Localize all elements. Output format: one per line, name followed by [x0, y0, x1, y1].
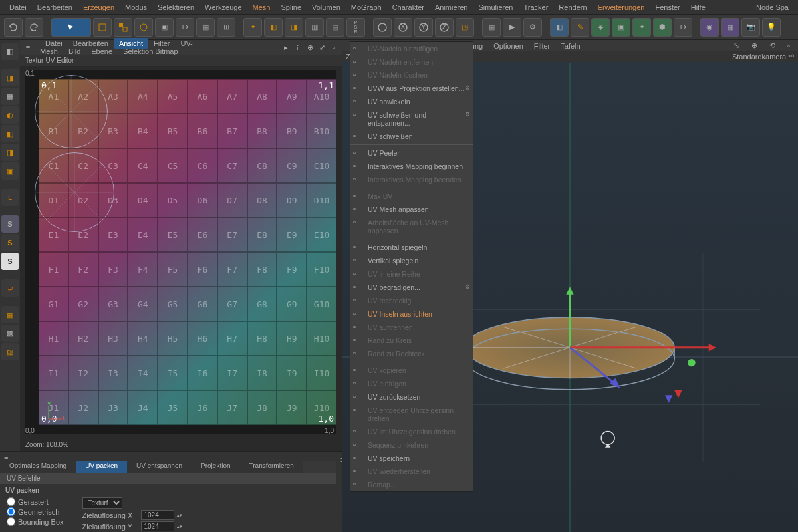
- render-button[interactable]: ▦: [482, 18, 501, 37]
- ctx-uv-inseln-ausrichten[interactable]: ▫UV-Inseln ausrichten: [350, 307, 473, 321]
- target-select[interactable]: Texturfläche: [82, 497, 122, 509]
- menu-modus[interactable]: Modus: [120, 1, 152, 13]
- snap-s2[interactable]: S: [1, 234, 19, 251]
- prim-1[interactable]: ◈: [591, 18, 610, 37]
- def-2[interactable]: ▦: [721, 18, 739, 37]
- prim-2[interactable]: ▣: [612, 18, 630, 37]
- hamburger-icon[interactable]: ≡: [23, 43, 33, 52]
- ctx-uv-zur-cksetzen[interactable]: ▫UV zurücksetzen: [350, 390, 473, 404]
- menu-mesh[interactable]: Mesh: [247, 1, 276, 13]
- ctx-uv-schwei-en[interactable]: ▫UV schweißen: [350, 130, 473, 143]
- ctx-uv-abwickeln[interactable]: ▫UV abwickeln: [350, 95, 473, 108]
- viewtab-5[interactable]: Tafeln: [555, 41, 585, 51]
- tool-6[interactable]: ▦: [196, 18, 215, 37]
- menu-selektieren[interactable]: Selektieren: [152, 1, 200, 13]
- menu-charakter[interactable]: Charakter: [387, 1, 430, 13]
- menu-erzeugen[interactable]: Erzeugen: [78, 1, 120, 13]
- menu-bearbeiten[interactable]: Bearbeiten: [32, 1, 78, 13]
- prim-cube[interactable]: ◧: [550, 18, 569, 37]
- btab-2[interactable]: UV entspannen: [127, 461, 192, 473]
- ctx-uv-speichern[interactable]: ▫UV speichern: [350, 452, 473, 465]
- menu-hilfe[interactable]: Hilfe: [686, 1, 711, 13]
- axis-l[interactable]: L: [1, 189, 19, 206]
- ctx-uvw-aus-projektion-erstellen---[interactable]: ▫UVW aus Projektion erstellen...⚙: [350, 82, 473, 95]
- snap-s1[interactable]: S: [1, 215, 19, 233]
- menu-volumen[interactable]: Volumen: [307, 1, 346, 13]
- panel-icon-5[interactable]: ▫: [329, 43, 339, 52]
- play-button[interactable]: ▶: [503, 18, 521, 37]
- ctx-uv-peeler[interactable]: ▫UV Peeler: [350, 146, 473, 160]
- hamburger-icon[interactable]: ≡: [4, 453, 8, 461]
- panel-icon-3[interactable]: ⊕: [305, 43, 315, 52]
- tool-8[interactable]: ◨: [285, 18, 303, 37]
- grid-1[interactable]: ▦: [1, 306, 19, 323]
- prim-pen[interactable]: ✎: [571, 18, 589, 37]
- panel-icon-2[interactable]: ⫯: [293, 43, 303, 52]
- prim-5[interactable]: ↦: [674, 18, 692, 37]
- tool-10[interactable]: ▤: [326, 18, 344, 37]
- tool-5[interactable]: ↦: [176, 18, 194, 37]
- circ-tool[interactable]: [373, 18, 392, 37]
- viewtab-3[interactable]: Optionen: [488, 41, 529, 51]
- settings-button[interactable]: ⚙: [523, 18, 542, 37]
- snap-s3[interactable]: S: [1, 253, 19, 270]
- prim-4[interactable]: ⬢: [653, 18, 672, 37]
- res-y-input[interactable]: [141, 521, 174, 531]
- redo-button[interactable]: [25, 18, 43, 37]
- menu-spline[interactable]: Spline: [275, 1, 307, 13]
- ctx-uv-schwei-en-und-entspannen---[interactable]: ▫UV schweißen und entspannen...⚙: [350, 108, 473, 130]
- menu-werkzeuge[interactable]: Werkzeuge: [200, 1, 247, 13]
- def-1[interactable]: ◉: [700, 18, 719, 37]
- mode-object[interactable]: ◨: [1, 69, 19, 86]
- magnet[interactable]: ⊃: [1, 279, 19, 297]
- mode-poly[interactable]: ▣: [1, 162, 19, 180]
- view-icon-3[interactable]: ⟲: [764, 40, 781, 51]
- z-lock[interactable]: Z: [435, 18, 454, 37]
- mode-texture[interactable]: ▦: [1, 88, 19, 105]
- radio-0[interactable]: [7, 497, 15, 506]
- y-lock[interactable]: Y: [414, 18, 433, 37]
- grid-2[interactable]: ▩: [1, 325, 19, 342]
- view-icon-2[interactable]: ⊕: [746, 40, 763, 51]
- def-3[interactable]: 📷: [741, 18, 760, 37]
- btab-4[interactable]: Transformieren: [240, 461, 303, 473]
- def-4[interactable]: 💡: [762, 18, 781, 37]
- mode-edge[interactable]: ◨: [1, 144, 19, 161]
- btab-1[interactable]: UV packen: [76, 461, 127, 473]
- menu-right[interactable]: Node Spa: [751, 1, 794, 13]
- axis-tool[interactable]: ✦: [243, 18, 262, 37]
- mode-point[interactable]: ◧: [1, 125, 19, 142]
- psr-tool[interactable]: PSR: [346, 18, 365, 37]
- btab-3[interactable]: Projektion: [192, 461, 239, 473]
- res-x-input[interactable]: [141, 510, 174, 520]
- panel-icon-4[interactable]: ⤢: [317, 43, 327, 52]
- menu-mograph[interactable]: MoGraph: [346, 1, 387, 13]
- x-lock[interactable]: X: [394, 18, 412, 37]
- tool-7[interactable]: ⊞: [217, 18, 235, 37]
- ctx-vertikal-spiegeln[interactable]: ▫Vertikal spiegeln: [350, 254, 473, 267]
- rotate-tool[interactable]: [134, 18, 153, 37]
- panel-icon-1[interactable]: ▸: [281, 43, 291, 52]
- menu-simulieren[interactable]: Simulieren: [473, 1, 519, 13]
- ctx-interaktives-mapping-beginnen[interactable]: ▫Interaktives Mapping beginnen: [350, 160, 473, 173]
- view-icon-1[interactable]: ⤡: [728, 40, 745, 51]
- radio-2[interactable]: [7, 517, 15, 526]
- menu-animieren[interactable]: Animieren: [430, 1, 473, 13]
- move-tool[interactable]: [93, 18, 112, 37]
- cube-tool[interactable]: ◧: [264, 18, 283, 37]
- scale-tool[interactable]: [114, 18, 132, 37]
- ctx-horizontal-spiegeln[interactable]: ▫Horizontal spiegeln: [350, 241, 473, 254]
- view-icon-4[interactable]: ▫: [782, 41, 795, 51]
- coord-tool[interactable]: ◳: [456, 18, 474, 37]
- subtab[interactable]: UV Befehle: [0, 473, 336, 484]
- tool-9[interactable]: ▥: [305, 18, 324, 37]
- ctx-uv-begradigen---[interactable]: ▫UV begradigen...⚙: [350, 281, 473, 294]
- grid-3[interactable]: ▨: [1, 343, 19, 360]
- menu-rendern[interactable]: Rendern: [553, 1, 592, 13]
- btab-0[interactable]: Optimales Mapping: [0, 461, 76, 473]
- menu-datei[interactable]: Datei: [4, 1, 32, 13]
- menu-tracker[interactable]: Tracker: [518, 1, 553, 13]
- prim-3[interactable]: ✦: [632, 18, 651, 37]
- mode-model[interactable]: ◧: [1, 43, 19, 60]
- ctx-uv-mesh-anpassen[interactable]: ▫UV Mesh anpassen: [350, 203, 473, 216]
